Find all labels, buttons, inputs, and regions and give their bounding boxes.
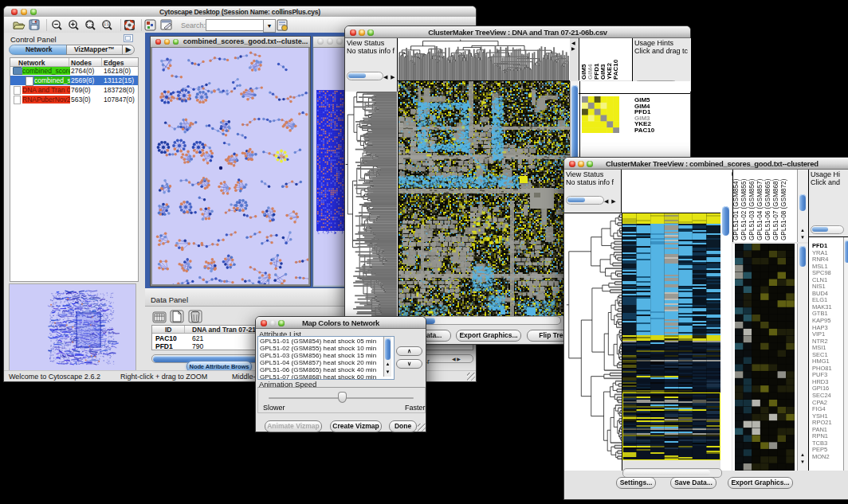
svg-text:GPL51-08 (GSM872): GPL51-08 (GSM872) (780, 178, 787, 240)
svg-text:GPL51-07 (GSM868): GPL51-07 (GSM868) (772, 178, 779, 240)
svg-text:GPL51-06 (GSM865): GPL51-06 (GSM865) (764, 178, 771, 240)
svg-text:1:1: 1:1 (104, 22, 109, 26)
svg-text:PAC10: PAC10 (612, 59, 619, 80)
svg-text:GPL51-03 (GSM856): GPL51-03 (GSM856) (748, 178, 756, 240)
svg-text:GPL51-04 (GSM857): GPL51-04 (GSM857) (756, 178, 764, 240)
svg-text:GPL51-01 (GSM854): GPL51-01 (GSM854) (733, 178, 740, 240)
svg-text:GPL51-02 (GSM855): GPL51-02 (GSM855) (740, 178, 748, 240)
